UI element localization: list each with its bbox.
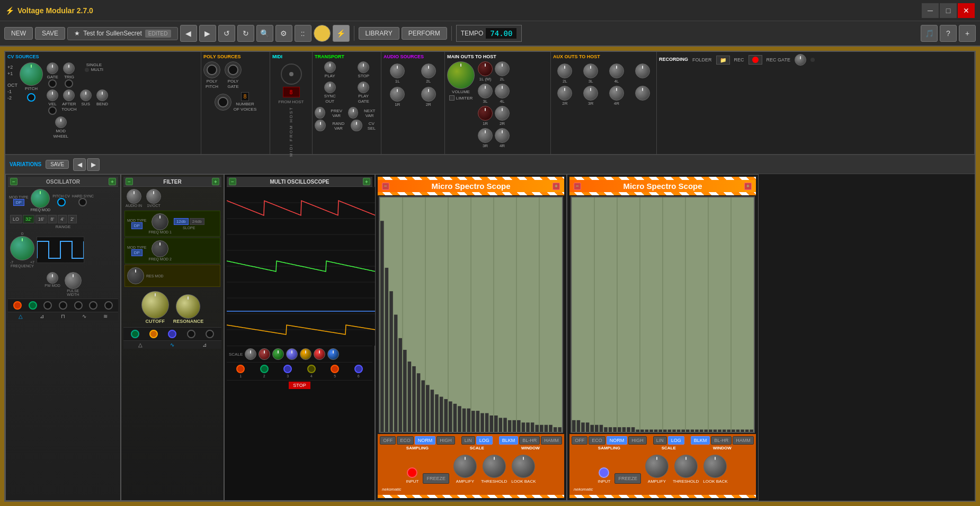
osc-mod-type-btn[interactable]: DP <box>13 199 24 206</box>
rand-var-knob[interactable] <box>315 120 326 131</box>
scope-ch4-knob[interactable] <box>300 348 311 360</box>
poly-gate-port[interactable] <box>225 61 242 78</box>
osc-port-5[interactable] <box>74 301 83 310</box>
audio-2r-knob[interactable] <box>421 87 436 102</box>
modwheel-knob[interactable] <box>55 116 67 128</box>
spectro1-log-btn[interactable]: LOG <box>476 436 493 445</box>
slope-24db-btn[interactable]: 24db <box>190 218 204 225</box>
osc-minus-btn[interactable]: − <box>10 178 17 185</box>
nav-forward-button[interactable]: ▶ <box>199 25 216 42</box>
nav-back-button[interactable]: ◀ <box>180 25 197 42</box>
filter-port-1[interactable] <box>131 330 139 338</box>
spectro1-lookback-knob[interactable] <box>512 455 535 478</box>
scope-minus-btn[interactable]: − <box>229 178 236 185</box>
extra-button[interactable]: + <box>959 25 976 42</box>
spectro1-eco-btn[interactable]: ECO <box>397 436 414 445</box>
filter-minus-btn[interactable]: − <box>126 178 133 185</box>
spectro1-blkm-btn[interactable]: BLKM <box>499 436 519 445</box>
spectro2-lookback-knob[interactable] <box>703 455 727 478</box>
scope-in2-port[interactable] <box>260 365 269 373</box>
gate-knob[interactable] <box>47 62 58 74</box>
freq-mod1-knob[interactable] <box>152 213 168 230</box>
pulse-width-knob[interactable] <box>65 272 82 289</box>
pitch-cv-port[interactable] <box>57 198 66 206</box>
spectro2-eco-btn[interactable]: ECO <box>589 436 605 445</box>
pitch-port[interactable] <box>27 93 35 102</box>
filter-port-4[interactable] <box>187 330 195 338</box>
spectro1-hamm-btn[interactable]: HAMM <box>541 436 562 445</box>
library-button[interactable]: LIBRARY <box>359 27 399 40</box>
range-16-btn[interactable]: 16' <box>35 215 47 223</box>
rec-button[interactable] <box>749 55 762 65</box>
filter-port-2[interactable] <box>149 330 158 338</box>
range-32-btn[interactable]: 32' <box>23 215 34 223</box>
freq-mod-knob[interactable] <box>31 189 50 208</box>
audio-1l-knob[interactable] <box>390 64 405 78</box>
pitch-knob[interactable] <box>20 62 43 86</box>
scope-ch6-knob[interactable] <box>327 348 339 360</box>
variations-save-button[interactable]: SAVE <box>46 160 69 169</box>
scope-in3-port[interactable] <box>283 365 292 373</box>
filter-port-5[interactable] <box>206 330 214 338</box>
spectro2-blhr-btn[interactable]: BL-HR <box>711 436 732 445</box>
maximize-button[interactable]: □ <box>940 3 957 18</box>
new-button[interactable]: NEW <box>4 27 33 40</box>
spectro2-amplify-knob[interactable] <box>645 455 669 478</box>
grid-button[interactable]: :: <box>295 25 311 42</box>
tuner-button[interactable]: 🎵 <box>921 25 938 42</box>
cutoff-knob[interactable] <box>141 291 169 319</box>
trig-port[interactable] <box>65 79 73 88</box>
volume-knob[interactable] <box>447 61 475 89</box>
power-button[interactable]: ⚡ <box>333 25 350 42</box>
scope-ch1-knob[interactable] <box>259 348 270 360</box>
spectro1-input-port[interactable] <box>407 467 417 478</box>
wave-sq-btn[interactable]: ⊓ <box>61 313 65 319</box>
sus-knob[interactable] <box>80 89 92 101</box>
main-2r-knob[interactable] <box>495 106 510 121</box>
bend-knob[interactable] <box>96 89 108 101</box>
spectro1-threshold-knob[interactable] <box>483 455 506 478</box>
filter-mod-type1-btn[interactable]: DP <box>131 222 142 229</box>
osc-port-2[interactable] <box>29 301 37 310</box>
play-knob[interactable] <box>324 61 336 73</box>
close-button[interactable]: ✕ <box>958 3 975 18</box>
save-button[interactable]: SAVE <box>35 27 65 40</box>
folder-button[interactable]: 📁 <box>716 56 730 65</box>
redo-button[interactable]: ↻ <box>237 25 254 42</box>
wave-noise-btn[interactable]: ≋ <box>103 313 108 319</box>
spectro2-blkm-btn[interactable]: BLKM <box>691 436 710 445</box>
freq-mod2-knob[interactable] <box>152 240 168 257</box>
scope-in5-port[interactable] <box>331 365 339 373</box>
resonance-knob[interactable] <box>176 294 200 319</box>
perform-button[interactable]: PERFORM <box>402 27 447 40</box>
spectro2-plus-btn[interactable]: + <box>744 183 752 190</box>
osc-port-4[interactable] <box>59 301 67 310</box>
main-1r-knob[interactable] <box>478 106 493 121</box>
filter-plus-btn[interactable]: + <box>212 178 219 185</box>
spectro2-input-port[interactable] <box>599 467 609 478</box>
cv-sel-knob[interactable] <box>351 120 362 131</box>
stop-knob[interactable] <box>358 61 369 73</box>
spectro1-norm-btn[interactable]: NORM <box>415 436 436 445</box>
main-4r-knob[interactable] <box>495 128 510 143</box>
range-8-btn[interactable]: 8' <box>48 215 57 223</box>
aux-4l-knob[interactable] <box>609 64 624 78</box>
spectro1-blhr-btn[interactable]: BL-HR <box>519 436 540 445</box>
osc-port-3[interactable] <box>43 301 52 310</box>
gate-port[interactable] <box>48 79 57 88</box>
spectro1-amplify-knob[interactable] <box>453 455 477 478</box>
var-prev-button[interactable]: ◀ <box>73 158 86 171</box>
frequency-knob[interactable] <box>10 236 34 260</box>
spectro1-off-btn[interactable]: OFF <box>380 436 396 445</box>
scope-ch2-knob[interactable] <box>272 348 284 360</box>
poly-pitch-port[interactable] <box>203 61 220 78</box>
lo-btn[interactable]: LO <box>10 215 22 223</box>
main-2l-knob[interactable] <box>495 61 510 76</box>
spectro2-freeze-btn[interactable]: FREEZE <box>614 473 641 484</box>
next-var-knob[interactable] <box>348 107 359 119</box>
wave-sin-btn[interactable]: ∿ <box>82 313 86 319</box>
aux-3r-knob[interactable] <box>583 86 598 101</box>
spectro1-minus-btn[interactable]: − <box>382 183 389 190</box>
spectro2-hamm-btn[interactable]: HAMM <box>733 436 754 445</box>
aux-2r-knob[interactable] <box>557 86 572 101</box>
